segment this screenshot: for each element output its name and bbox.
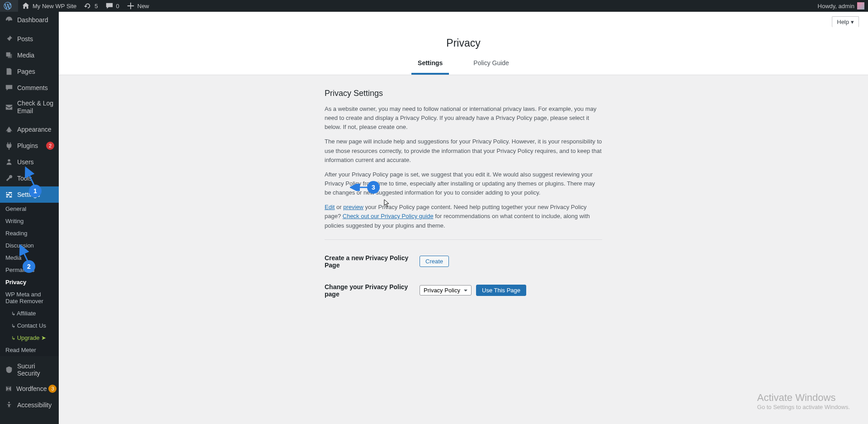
svg-point-5 — [9, 194, 11, 195]
sidebar-item-wordfence[interactable]: Wordfence 3 — [0, 381, 59, 397]
submenu-discussion[interactable]: Discussion — [0, 239, 59, 252]
sidebar-item-tools[interactable]: Tools — [0, 170, 59, 186]
create-policy-label: Create a new Privacy Policy Page — [325, 254, 420, 269]
guide-link[interactable]: Check out our Privacy Policy guide — [343, 213, 434, 219]
sidebar-item-sucuri[interactable]: Sucuri Security — [0, 359, 59, 381]
divider — [325, 239, 602, 240]
pin-icon — [5, 34, 14, 43]
intro-paragraph-2: The new page will include help and sugge… — [325, 137, 602, 164]
sidebar-item-label: Pages — [17, 68, 54, 75]
comments-menu[interactable]: 0 — [102, 0, 123, 12]
main-content: Help ▾ Privacy Settings Policy Guide Pri… — [59, 12, 868, 298]
sidebar-item-label: Posts — [17, 35, 54, 43]
admin-toolbar: My New WP Site 5 0 New Howdy, admin — [0, 0, 868, 12]
text-or: or — [335, 204, 343, 210]
comment-icon — [5, 83, 14, 92]
use-this-page-button[interactable]: Use This Page — [476, 285, 526, 296]
wordfence-badge: 3 — [48, 385, 57, 393]
sidebar-item-posts[interactable]: Posts — [0, 31, 59, 47]
admin-sidebar: Dashboard Posts Media Pages Comments Che… — [0, 12, 59, 424]
privacy-page-select[interactable]: Privacy Policy — [420, 285, 472, 295]
submenu-contact-us[interactable]: ↳ Contact Us — [0, 319, 59, 332]
intro-paragraph-3: After your Privacy Policy page is set, w… — [325, 170, 602, 197]
submenu-privacy[interactable]: Privacy — [0, 276, 59, 288]
plugins-update-badge: 2 — [46, 142, 54, 150]
shield-icon — [5, 365, 14, 374]
indent-icon: ↳ — [10, 335, 15, 341]
updates-menu[interactable]: 5 — [80, 0, 101, 12]
tab-settings[interactable]: Settings — [411, 54, 449, 75]
text-trail: your Privacy Policy page content. — [363, 204, 452, 210]
comments-icon — [105, 2, 113, 10]
help-label: Help — [837, 19, 849, 25]
indent-icon: ↳ — [10, 323, 15, 329]
submenu-upgrade[interactable]: ↳ Upgrade ➤ — [0, 332, 59, 344]
submenu-upgrade-label: Upgrade ➤ — [17, 334, 46, 341]
preview-link[interactable]: preview — [343, 204, 363, 210]
create-button[interactable]: Create — [420, 256, 449, 267]
edit-link[interactable]: Edit — [325, 204, 335, 210]
comments-count-label: 0 — [116, 3, 119, 10]
sidebar-item-dashboard[interactable]: Dashboard — [0, 12, 59, 28]
change-policy-label: Change your Privacy Policy page — [325, 283, 420, 298]
chevron-down-icon: ▾ — [851, 19, 854, 25]
page-title: Privacy — [59, 27, 868, 54]
svg-point-4 — [7, 192, 9, 194]
indent-icon: ↳ — [10, 311, 15, 316]
updates-count-label: 5 — [94, 3, 98, 10]
sidebar-item-appearance[interactable]: Appearance — [0, 121, 59, 138]
sidebar-item-check-log-email[interactable]: Check & Log Email — [0, 96, 59, 119]
wordpress-logo-icon — [4, 2, 12, 10]
home-icon — [22, 2, 30, 10]
submenu-read-meter[interactable]: Read Meter — [0, 344, 59, 356]
plugins-icon — [5, 141, 14, 150]
mail-icon — [5, 103, 14, 112]
tab-policy-guide[interactable]: Policy Guide — [467, 54, 515, 75]
settings-icon — [5, 190, 14, 199]
privacy-settings-content: Privacy Settings As a website owner, you… — [316, 89, 611, 298]
my-account-menu[interactable]: Howdy, admin — [814, 0, 868, 12]
wordfence-icon — [5, 384, 13, 393]
sidebar-item-users[interactable]: Users — [0, 154, 59, 170]
svg-point-7 — [8, 401, 10, 403]
update-icon — [84, 2, 92, 10]
annotation-bubble-2: 2 — [23, 260, 35, 273]
windows-activation-overlay: Activate Windows Go to Settings to activ… — [757, 392, 850, 410]
sidebar-item-label: Comments — [17, 84, 54, 91]
submenu-affiliate-label: Affiliate — [17, 310, 36, 317]
submenu-general[interactable]: General — [0, 203, 59, 215]
accessibility-icon — [5, 400, 14, 410]
section-title: Privacy Settings — [325, 89, 602, 98]
submenu-affiliate[interactable]: ↳ Affiliate — [0, 307, 59, 319]
new-content-menu[interactable]: New — [123, 0, 153, 12]
overlay-line-2: Go to Settings to activate Windows. — [757, 404, 850, 410]
sidebar-item-label: Users — [17, 158, 54, 166]
sidebar-item-comments[interactable]: Comments — [0, 80, 59, 96]
sidebar-item-label: Wordfence — [16, 385, 47, 392]
submenu-reading[interactable]: Reading — [0, 227, 59, 239]
sidebar-item-label: Check & Log Email — [17, 100, 54, 115]
intro-paragraph-1: As a website owner, you may need to foll… — [325, 105, 602, 132]
submenu-writing[interactable]: Writing — [0, 215, 59, 227]
appearance-icon — [5, 125, 14, 134]
sidebar-item-media[interactable]: Media — [0, 47, 59, 63]
wp-logo-menu[interactable] — [0, 0, 18, 12]
sidebar-item-label: Tools — [17, 175, 54, 182]
sidebar-item-accessibility[interactable]: Accessibility — [0, 397, 59, 413]
sidebar-item-pages[interactable]: Pages — [0, 63, 59, 80]
tools-icon — [5, 174, 14, 183]
media-icon — [5, 51, 14, 60]
sidebar-item-label: Sucuri Security — [17, 362, 54, 377]
admin-toolbar-right: Howdy, admin — [814, 0, 868, 12]
annotation-bubble-3: 3 — [367, 181, 380, 194]
submenu-wp-meta-date-remover[interactable]: WP Meta and Date Remover — [0, 288, 59, 307]
overlay-line-1: Activate Windows — [757, 392, 850, 404]
change-policy-row: Change your Privacy Policy page Privacy … — [325, 283, 602, 298]
submenu-contact-us-label: Contact Us — [17, 322, 46, 329]
create-policy-row: Create a new Privacy Policy Page Create — [325, 254, 602, 269]
help-tab[interactable]: Help ▾ — [832, 16, 859, 27]
site-name-menu[interactable]: My New WP Site — [18, 0, 80, 12]
new-content-label: New — [137, 3, 149, 10]
plus-icon — [127, 2, 135, 10]
sidebar-item-plugins[interactable]: Plugins 2 — [0, 138, 59, 154]
